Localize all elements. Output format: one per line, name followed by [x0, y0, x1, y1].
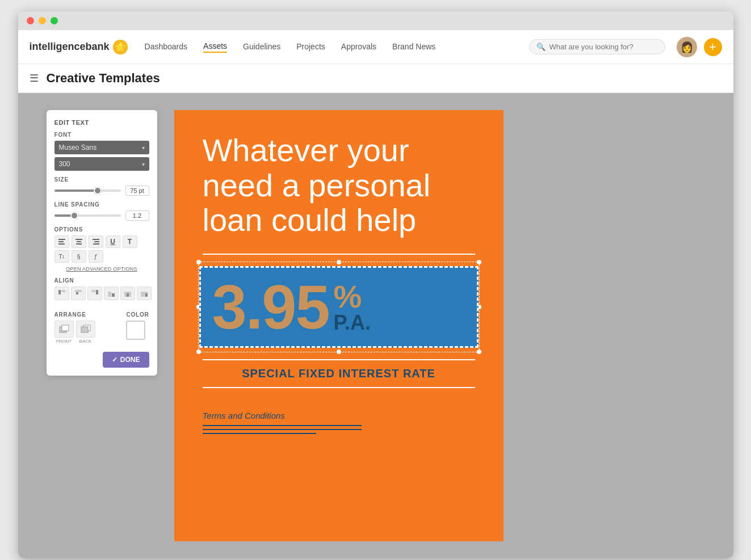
handle-bc[interactable] — [337, 350, 341, 354]
superscript-btn[interactable]: T1 — [54, 250, 69, 263]
svg-rect-8 — [93, 243, 99, 245]
underline-btn[interactable]: U — [106, 235, 120, 248]
nav-right: 👩 + — [677, 37, 722, 57]
nav-dashboards[interactable]: Dashboards — [145, 42, 188, 52]
svg-rect-7 — [94, 241, 99, 242]
color-section: COLOR — [126, 306, 149, 340]
arrange-color-row: ARRANGE FRONT — [54, 306, 149, 344]
nav-brand-news[interactable]: Brand News — [392, 42, 435, 52]
logo-text: intelligencebank — [30, 41, 110, 53]
nav-guidelines[interactable]: Guidelines — [243, 42, 280, 52]
svg-rect-10 — [61, 290, 65, 292]
app: intelligencebank 🌟 Dashboards Assets Gui… — [18, 30, 733, 558]
svg-rect-18 — [127, 293, 129, 297]
align-label: ALIGN — [54, 277, 149, 284]
arrange-back-btn[interactable]: BACK — [76, 321, 95, 344]
headline-divider — [203, 254, 475, 255]
svg-rect-6 — [93, 239, 99, 240]
align-top-right-btn[interactable] — [87, 287, 102, 300]
arrange-front-btn[interactable]: FRONT — [54, 321, 74, 344]
close-dot[interactable] — [27, 17, 34, 24]
align-top-center-btn[interactable] — [71, 287, 86, 300]
front-icon — [54, 321, 74, 338]
sun-icon: 🌟 — [113, 40, 128, 54]
rate-number: 3.95 — [212, 276, 329, 338]
arrange-label: ARRANGE — [54, 311, 119, 318]
main-content: EDIT TEXT FONT Museo Sans ▾ 300 ▾ SIZE — [18, 93, 733, 558]
align-bottom-left-btn[interactable] — [104, 287, 119, 300]
rate-percent: % — [334, 281, 371, 313]
size-slider-row: 75 pt — [54, 186, 149, 196]
svg-rect-1 — [58, 241, 64, 242]
terms-lines — [203, 425, 475, 434]
handle-bl[interactable] — [196, 350, 201, 354]
checkmark-icon: ✓ — [112, 356, 118, 364]
svg-rect-12 — [75, 290, 82, 292]
color-swatch[interactable] — [126, 321, 145, 340]
nav-links: Dashboards Assets Guidelines Projects Ap… — [145, 41, 529, 53]
maximize-dot[interactable] — [51, 17, 58, 24]
template-canvas: Whatever your need a personal loan could… — [174, 110, 504, 541]
top-nav: intelligencebank 🌟 Dashboards Assets Gui… — [18, 30, 733, 64]
svg-rect-24 — [81, 327, 88, 332]
handle-tl[interactable] — [196, 260, 201, 264]
rate-suffix: % P.A. — [334, 281, 371, 333]
open-advanced-options-link[interactable]: OPEN ADVANCED OPTIONS — [54, 266, 149, 272]
special-char-btn[interactable]: § — [72, 250, 86, 263]
align-grid — [54, 287, 149, 300]
align-left-btn[interactable] — [54, 235, 69, 248]
line-spacing-slider-row: 1.2 — [54, 210, 149, 221]
font-family-dropdown[interactable]: Museo Sans ▾ — [54, 141, 149, 154]
svg-rect-2 — [58, 243, 65, 245]
chevron-down-icon: ▾ — [142, 145, 145, 151]
svg-rect-15 — [108, 292, 111, 297]
back-label: BACK — [79, 339, 92, 344]
back-icon — [76, 321, 95, 338]
terms-title: Terms and Conditions — [203, 411, 475, 420]
svg-rect-3 — [75, 239, 82, 240]
color-label: COLOR — [126, 311, 149, 318]
svg-rect-20 — [145, 293, 148, 297]
avatar: 👩 — [677, 37, 697, 57]
svg-rect-0 — [58, 239, 65, 240]
nav-projects[interactable]: Projects — [296, 42, 325, 52]
text-style-btn[interactable]: T — [123, 235, 137, 248]
minimize-dot[interactable] — [39, 17, 46, 24]
svg-rect-14 — [91, 290, 95, 292]
svg-rect-16 — [112, 293, 115, 297]
arrange-buttons: FRONT BACK — [54, 321, 119, 344]
size-slider-track[interactable] — [54, 190, 121, 192]
edit-panel: EDIT TEXT FONT Museo Sans ▾ 300 ▾ SIZE — [47, 110, 157, 376]
sub-header: ☰ Creative Templates — [18, 64, 733, 93]
handle-tr[interactable] — [477, 260, 481, 264]
done-button[interactable]: ✓ DONE — [103, 352, 149, 368]
align-right-btn[interactable] — [89, 235, 103, 248]
rate-box-wrapper[interactable]: 3.95 % P.A. — [203, 266, 475, 348]
handle-br[interactable] — [477, 350, 481, 354]
search-input[interactable] — [549, 43, 658, 51]
nav-search-bar[interactable]: 🔍 — [529, 39, 665, 54]
hamburger-icon[interactable]: ☰ — [30, 72, 39, 85]
template-headline[interactable]: Whatever your need a personal loan could… — [203, 133, 475, 238]
nav-assets[interactable]: Assets — [203, 41, 227, 53]
add-button[interactable]: + — [704, 38, 722, 56]
font-weight-dropdown[interactable]: 300 ▾ — [54, 157, 149, 171]
line-spacing-slider-track[interactable] — [54, 214, 121, 217]
nav-approvals[interactable]: Approvals — [341, 42, 376, 52]
handle-tc[interactable] — [337, 260, 341, 264]
svg-rect-13 — [96, 290, 98, 294]
svg-rect-9 — [58, 290, 61, 294]
chevron-down-icon: ▾ — [142, 161, 145, 167]
options-label: OPTIONS — [54, 226, 149, 233]
rate-bottom-line — [203, 387, 475, 388]
align-center-btn[interactable] — [72, 235, 86, 248]
terms-section: Terms and Conditions — [203, 411, 475, 434]
align-bottom-center-btn[interactable] — [120, 287, 135, 300]
align-top-left-btn[interactable] — [54, 287, 69, 300]
edit-text-title: EDIT TEXT — [54, 119, 149, 126]
svg-rect-22 — [62, 325, 69, 331]
size-label: SIZE — [54, 176, 149, 183]
rate-pa: P.A. — [334, 313, 371, 333]
align-bottom-right-btn[interactable] — [137, 287, 152, 300]
function-btn[interactable]: ƒ — [89, 250, 103, 263]
